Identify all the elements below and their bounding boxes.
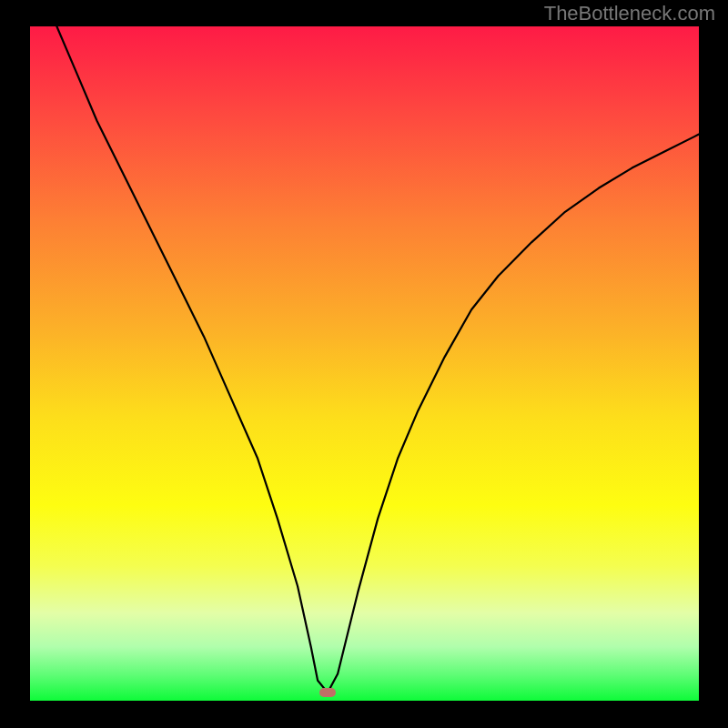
chart-plot-area [30,26,699,701]
chart-curve [30,26,699,701]
optimum-marker [319,688,336,697]
watermark-text: TheBottleneck.com [544,2,715,25]
